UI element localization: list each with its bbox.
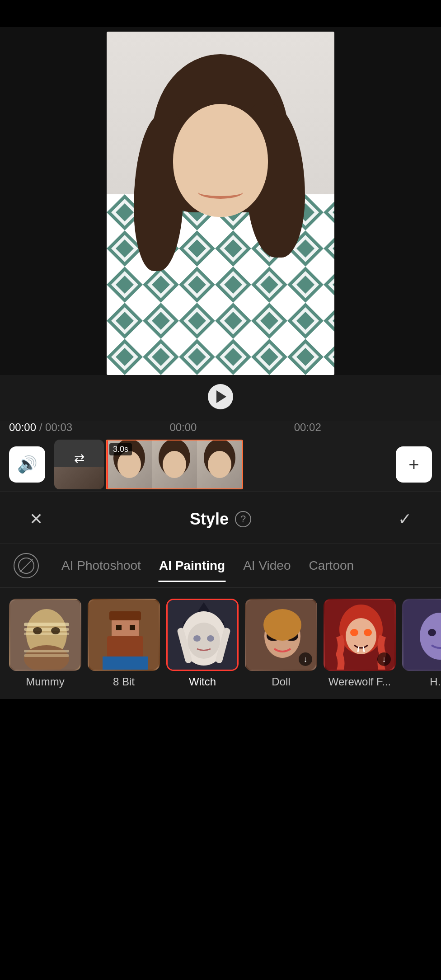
mid-time: 00:00 — [169, 421, 197, 434]
svg-point-36 — [207, 635, 214, 642]
total-time: / 00:03 — [39, 421, 72, 433]
style-item-witch[interactable]: Witch — [166, 599, 239, 688]
volume-button[interactable]: 🔊 — [9, 446, 45, 483]
svg-point-35 — [193, 635, 201, 642]
style-name-mummy: Mummy — [26, 675, 64, 688]
add-icon: + — [408, 455, 419, 475]
check-icon: ✓ — [398, 510, 412, 529]
help-icon: ? — [240, 513, 246, 525]
thumbnail-frame-3 — [197, 440, 242, 489]
svg-point-16 — [33, 627, 42, 634]
close-button[interactable]: ✕ — [23, 506, 50, 533]
style-item-mummy[interactable]: Mummy — [9, 599, 81, 688]
style-item-h[interactable]: H... — [402, 599, 441, 688]
status-bar — [0, 0, 441, 27]
tab-no-style[interactable] — [14, 553, 39, 578]
style-name-8bit: 8 Bit — [113, 675, 135, 688]
help-button[interactable]: ? — [235, 511, 251, 527]
style-tabs: AI Photoshoot AI Painting AI Video Carto… — [0, 544, 441, 588]
style-thumb-werewolf: ↓ — [324, 599, 396, 671]
style-thumb-h — [402, 599, 441, 671]
play-button[interactable] — [208, 384, 233, 409]
tab-ai-photoshoot[interactable]: AI Photoshoot — [52, 554, 150, 577]
close-icon: ✕ — [29, 510, 43, 529]
style-panel-header: ✕ Style ? ✓ — [0, 492, 441, 544]
style-items-grid: Mummy 8 Bit — [0, 588, 441, 699]
time-labels: 00:00 / 00:03 00:00 00:02 — [0, 421, 441, 437]
add-clip-button[interactable]: + — [396, 446, 432, 483]
style-item-werewolf[interactable]: ↓ Werewolf F... — [324, 599, 396, 688]
style-thumb-witch — [166, 599, 239, 671]
svg-rect-13 — [24, 623, 69, 626]
svg-rect-23 — [107, 636, 143, 659]
8bit-image — [89, 600, 160, 671]
svg-rect-24 — [116, 625, 122, 630]
download-badge-werewolf: ↓ — [377, 652, 391, 666]
style-name-witch: Witch — [189, 675, 216, 688]
thumbnail-frame-2 — [152, 440, 197, 489]
svg-point-45 — [346, 618, 376, 654]
tab-cartoon[interactable]: Cartoon — [300, 554, 363, 577]
svg-point-34 — [188, 623, 220, 659]
playback-controls — [0, 375, 441, 421]
style-thumb-doll: ↓ — [245, 599, 317, 671]
style-name-werewolf: Werewolf F... — [328, 675, 391, 688]
style-name-h: H... — [430, 675, 441, 688]
svg-rect-15 — [24, 633, 69, 635]
style-panel-title: Style — [190, 510, 229, 529]
duration-badge: 3.0s — [109, 443, 132, 455]
svg-rect-19 — [24, 650, 69, 652]
volume-icon: 🔊 — [17, 455, 38, 474]
style-name-doll: Doll — [272, 675, 290, 688]
tab-ai-video[interactable]: AI Video — [234, 554, 300, 577]
svg-point-47 — [364, 629, 372, 636]
cover-arrows-icon: ⇄ — [74, 451, 84, 466]
svg-line-48 — [358, 647, 359, 652]
confirm-button[interactable]: ✓ — [391, 506, 418, 533]
svg-rect-25 — [130, 625, 135, 630]
mummy-image — [10, 600, 81, 671]
download-badge-doll: ↓ — [299, 652, 312, 666]
svg-point-8 — [163, 451, 186, 478]
style-thumb-mummy — [9, 599, 81, 671]
play-icon — [216, 390, 226, 403]
timeline-track: 🔊 ⇄ Cover 3.0s — [0, 437, 441, 492]
svg-line-49 — [363, 647, 364, 652]
style-panel: ✕ Style ? ✓ AI Photoshoot AI Painting AI… — [0, 492, 441, 699]
end-time: 00:02 — [294, 421, 321, 434]
no-style-icon — [18, 558, 34, 574]
svg-point-17 — [51, 627, 60, 634]
current-time: 00:00 — [9, 421, 36, 433]
current-time-display: 00:00 / 00:03 — [9, 421, 72, 434]
video-frame — [107, 32, 334, 375]
svg-point-10 — [208, 451, 231, 478]
style-item-8bit[interactable]: 8 Bit — [88, 599, 160, 688]
style-title-area: Style ? — [190, 510, 251, 529]
playhead — [107, 440, 108, 489]
style-item-doll[interactable]: ↓ Doll — [245, 599, 317, 688]
track-content: ⇄ Cover 3.0s — [54, 437, 389, 492]
face — [173, 104, 268, 217]
cover-thumbnail[interactable]: ⇄ Cover — [54, 440, 104, 489]
smile — [198, 185, 243, 199]
timeline-container: 00:00 / 00:03 00:00 00:02 🔊 ⇄ Cover 3.0s — [0, 421, 441, 492]
svg-rect-27 — [103, 656, 148, 671]
h-image — [403, 600, 441, 671]
video-preview-area — [0, 27, 441, 375]
svg-rect-20 — [24, 654, 69, 657]
svg-point-46 — [350, 629, 358, 636]
svg-point-52 — [428, 629, 436, 636]
tab-ai-painting[interactable]: AI Painting — [150, 554, 234, 577]
video-thumbnails-strip[interactable]: 3.0s — [106, 440, 243, 489]
svg-rect-14 — [24, 628, 69, 631]
svg-rect-26 — [109, 611, 141, 620]
cover-preview — [54, 467, 104, 489]
witch-image — [168, 600, 239, 671]
style-thumb-8bit — [88, 599, 160, 671]
svg-point-42 — [263, 609, 301, 641]
